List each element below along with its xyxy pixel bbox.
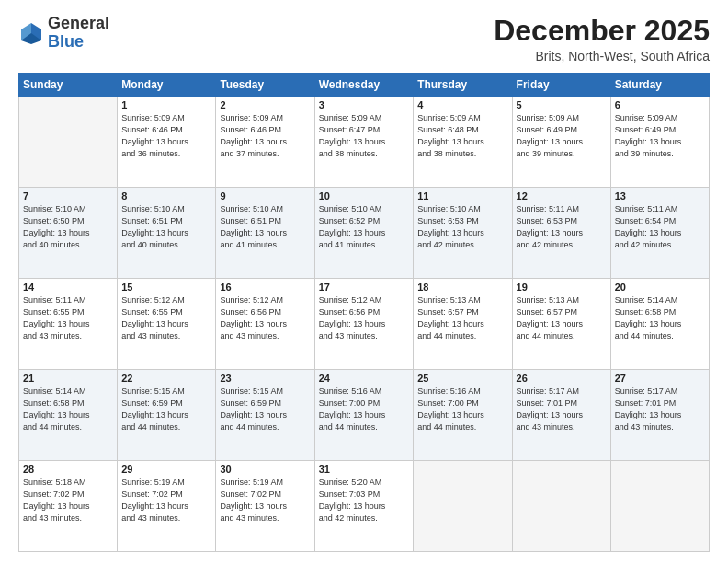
day-info: Sunrise: 5:17 AM Sunset: 7:01 PM Dayligh…: [517, 385, 607, 433]
day-number: 26: [517, 373, 607, 384]
day-number: 8: [121, 190, 211, 201]
day-info: Sunrise: 5:14 AM Sunset: 6:58 PM Dayligh…: [615, 294, 705, 342]
day-info: Sunrise: 5:16 AM Sunset: 7:00 PM Dayligh…: [417, 385, 507, 433]
day-number: 25: [417, 373, 507, 384]
day-number: 9: [220, 190, 310, 201]
table-row: 9Sunrise: 5:10 AM Sunset: 6:51 PM Daylig…: [216, 188, 314, 279]
day-number: 21: [23, 373, 113, 384]
day-info: Sunrise: 5:15 AM Sunset: 6:59 PM Dayligh…: [220, 385, 310, 433]
table-row: 4Sunrise: 5:09 AM Sunset: 6:48 PM Daylig…: [414, 97, 512, 188]
day-number: 11: [417, 190, 507, 201]
calendar-week-row: 14Sunrise: 5:11 AM Sunset: 6:55 PM Dayli…: [19, 279, 710, 370]
day-number: 23: [220, 373, 310, 384]
col-saturday: Saturday: [610, 74, 709, 97]
table-row: 21Sunrise: 5:14 AM Sunset: 6:58 PM Dayli…: [19, 370, 118, 461]
day-number: 19: [517, 282, 607, 293]
day-info: Sunrise: 5:12 AM Sunset: 6:56 PM Dayligh…: [319, 294, 410, 342]
table-row: 25Sunrise: 5:16 AM Sunset: 7:00 PM Dayli…: [414, 370, 512, 461]
logo-icon: [18, 20, 44, 46]
table-row: 16Sunrise: 5:12 AM Sunset: 6:56 PM Dayli…: [216, 279, 314, 370]
day-info: Sunrise: 5:09 AM Sunset: 6:49 PM Dayligh…: [517, 112, 607, 160]
day-info: Sunrise: 5:13 AM Sunset: 6:57 PM Dayligh…: [417, 294, 507, 342]
day-number: 31: [319, 464, 410, 475]
calendar-week-row: 1Sunrise: 5:09 AM Sunset: 6:46 PM Daylig…: [19, 97, 710, 188]
day-number: 3: [319, 99, 410, 110]
table-row: 23Sunrise: 5:15 AM Sunset: 6:59 PM Dayli…: [216, 370, 314, 461]
day-info: Sunrise: 5:20 AM Sunset: 7:03 PM Dayligh…: [319, 477, 410, 524]
table-row: 17Sunrise: 5:12 AM Sunset: 6:56 PM Dayli…: [314, 279, 414, 370]
day-info: Sunrise: 5:09 AM Sunset: 6:48 PM Dayligh…: [417, 112, 507, 160]
day-number: 28: [23, 464, 113, 475]
day-info: Sunrise: 5:14 AM Sunset: 6:58 PM Dayligh…: [23, 385, 113, 433]
table-row: 22Sunrise: 5:15 AM Sunset: 6:59 PM Dayli…: [118, 370, 216, 461]
table-row: 14Sunrise: 5:11 AM Sunset: 6:55 PM Dayli…: [19, 279, 118, 370]
table-row: 18Sunrise: 5:13 AM Sunset: 6:57 PM Dayli…: [414, 279, 512, 370]
day-number: 15: [121, 282, 211, 293]
calendar-table: Sunday Monday Tuesday Wednesday Thursday…: [18, 73, 710, 552]
day-number: 27: [615, 373, 705, 384]
day-info: Sunrise: 5:09 AM Sunset: 6:46 PM Dayligh…: [121, 112, 211, 160]
day-number: 5: [517, 99, 607, 110]
day-info: Sunrise: 5:10 AM Sunset: 6:53 PM Dayligh…: [417, 203, 507, 251]
col-sunday: Sunday: [19, 74, 118, 97]
table-row: [610, 461, 709, 552]
table-row: 30Sunrise: 5:19 AM Sunset: 7:02 PM Dayli…: [216, 461, 314, 552]
day-number: 30: [220, 464, 310, 475]
location-subtitle: Brits, North-West, South Africa: [494, 49, 710, 63]
day-number: 1: [121, 99, 211, 110]
table-row: 1Sunrise: 5:09 AM Sunset: 6:46 PM Daylig…: [118, 97, 216, 188]
day-info: Sunrise: 5:11 AM Sunset: 6:53 PM Dayligh…: [517, 203, 607, 251]
day-number: 22: [121, 373, 211, 384]
month-title: December 2025: [494, 15, 710, 47]
day-number: 7: [23, 190, 113, 201]
table-row: 13Sunrise: 5:11 AM Sunset: 6:54 PM Dayli…: [610, 188, 709, 279]
calendar-week-row: 28Sunrise: 5:18 AM Sunset: 7:02 PM Dayli…: [19, 461, 710, 552]
day-info: Sunrise: 5:16 AM Sunset: 7:00 PM Dayligh…: [319, 385, 410, 433]
day-number: 29: [121, 464, 211, 475]
day-info: Sunrise: 5:19 AM Sunset: 7:02 PM Dayligh…: [220, 477, 310, 524]
day-number: 12: [517, 190, 607, 201]
table-row: 29Sunrise: 5:19 AM Sunset: 7:02 PM Dayli…: [118, 461, 216, 552]
table-row: 8Sunrise: 5:10 AM Sunset: 6:51 PM Daylig…: [118, 188, 216, 279]
table-row: 28Sunrise: 5:18 AM Sunset: 7:02 PM Dayli…: [19, 461, 118, 552]
table-row: 2Sunrise: 5:09 AM Sunset: 6:46 PM Daylig…: [216, 97, 314, 188]
day-info: Sunrise: 5:13 AM Sunset: 6:57 PM Dayligh…: [517, 294, 607, 342]
day-info: Sunrise: 5:09 AM Sunset: 6:49 PM Dayligh…: [615, 112, 705, 160]
day-info: Sunrise: 5:17 AM Sunset: 7:01 PM Dayligh…: [615, 385, 705, 433]
col-monday: Monday: [118, 74, 216, 97]
day-number: 13: [615, 190, 705, 201]
logo-general: General: [48, 14, 109, 32]
calendar-week-row: 21Sunrise: 5:14 AM Sunset: 6:58 PM Dayli…: [19, 370, 710, 461]
table-row: 31Sunrise: 5:20 AM Sunset: 7:03 PM Dayli…: [314, 461, 414, 552]
page: General Blue December 2025 Brits, North-…: [0, 0, 728, 563]
table-row: [512, 461, 610, 552]
table-row: 24Sunrise: 5:16 AM Sunset: 7:00 PM Dayli…: [314, 370, 414, 461]
calendar-week-row: 7Sunrise: 5:10 AM Sunset: 6:50 PM Daylig…: [19, 188, 710, 279]
day-info: Sunrise: 5:18 AM Sunset: 7:02 PM Dayligh…: [23, 477, 113, 524]
table-row: 26Sunrise: 5:17 AM Sunset: 7:01 PM Dayli…: [512, 370, 610, 461]
logo-text: General Blue: [48, 15, 109, 52]
day-number: 20: [615, 282, 705, 293]
table-row: 6Sunrise: 5:09 AM Sunset: 6:49 PM Daylig…: [610, 97, 709, 188]
day-info: Sunrise: 5:11 AM Sunset: 6:54 PM Dayligh…: [615, 203, 705, 251]
table-row: 7Sunrise: 5:10 AM Sunset: 6:50 PM Daylig…: [19, 188, 118, 279]
table-row: 27Sunrise: 5:17 AM Sunset: 7:01 PM Dayli…: [610, 370, 709, 461]
day-number: 17: [319, 282, 410, 293]
calendar-header-row: Sunday Monday Tuesday Wednesday Thursday…: [19, 74, 710, 97]
day-info: Sunrise: 5:10 AM Sunset: 6:51 PM Dayligh…: [220, 203, 310, 251]
day-number: 6: [615, 99, 705, 110]
day-info: Sunrise: 5:11 AM Sunset: 6:55 PM Dayligh…: [23, 294, 113, 342]
day-number: 10: [319, 190, 410, 201]
table-row: 12Sunrise: 5:11 AM Sunset: 6:53 PM Dayli…: [512, 188, 610, 279]
day-number: 14: [23, 282, 113, 293]
logo: General Blue: [18, 15, 109, 52]
table-row: 3Sunrise: 5:09 AM Sunset: 6:47 PM Daylig…: [314, 97, 414, 188]
table-row: 19Sunrise: 5:13 AM Sunset: 6:57 PM Dayli…: [512, 279, 610, 370]
table-row: 5Sunrise: 5:09 AM Sunset: 6:49 PM Daylig…: [512, 97, 610, 188]
col-wednesday: Wednesday: [314, 74, 414, 97]
table-row: 20Sunrise: 5:14 AM Sunset: 6:58 PM Dayli…: [610, 279, 709, 370]
col-thursday: Thursday: [414, 74, 512, 97]
day-info: Sunrise: 5:19 AM Sunset: 7:02 PM Dayligh…: [121, 477, 211, 524]
day-info: Sunrise: 5:12 AM Sunset: 6:55 PM Dayligh…: [121, 294, 211, 342]
table-row: [19, 97, 118, 188]
